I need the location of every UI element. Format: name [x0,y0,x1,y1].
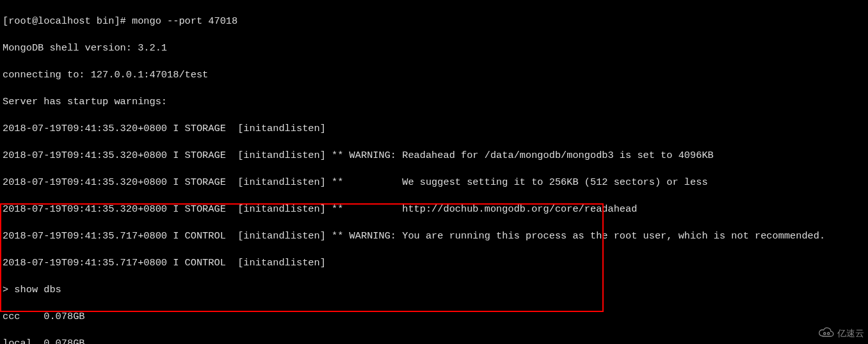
prompt-line: [root@localhost bin]# mongo --port 47018 [3,15,865,28]
svg-point-0 [824,332,826,334]
output-line: 2018-07-19T09:41:35.717+0800 I CONTROL [… [3,256,865,270]
mongo-prompt: > [3,284,14,295]
output-line: connecting to: 127.0.0.1:47018/test [3,68,865,82]
command: show dbs [14,284,61,295]
output-line: MongoDB shell version: 3.2.1 [3,42,865,55]
watermark: 亿速云 [818,327,864,340]
watermark-text: 亿速云 [837,328,864,340]
output-line: 2018-07-19T09:41:35.320+0800 I STORAGE [… [3,122,865,136]
output-line: 2018-07-19T09:41:35.320+0800 I STORAGE [… [3,149,865,162]
terminal[interactable]: [root@localhost bin]# mongo --port 47018… [0,0,868,344]
cloud-icon [818,327,835,340]
output-line: 2018-07-19T09:41:35.320+0800 I STORAGE [… [3,203,865,216]
prompt-line: > show dbs [3,283,865,297]
svg-point-1 [828,332,830,334]
db-list-item: ccc 0.078GB [3,310,865,324]
output-line: 2018-07-19T09:41:35.717+0800 I CONTROL [… [3,230,865,243]
shell-prompt: [root@localhost bin]# [3,15,132,27]
command: mongo --port 47018 [132,15,237,27]
output-line: 2018-07-19T09:41:35.320+0800 I STORAGE [… [3,176,865,189]
output-line: Server has startup warnings: [3,95,865,109]
db-list-item: local 0.078GB [3,337,865,344]
